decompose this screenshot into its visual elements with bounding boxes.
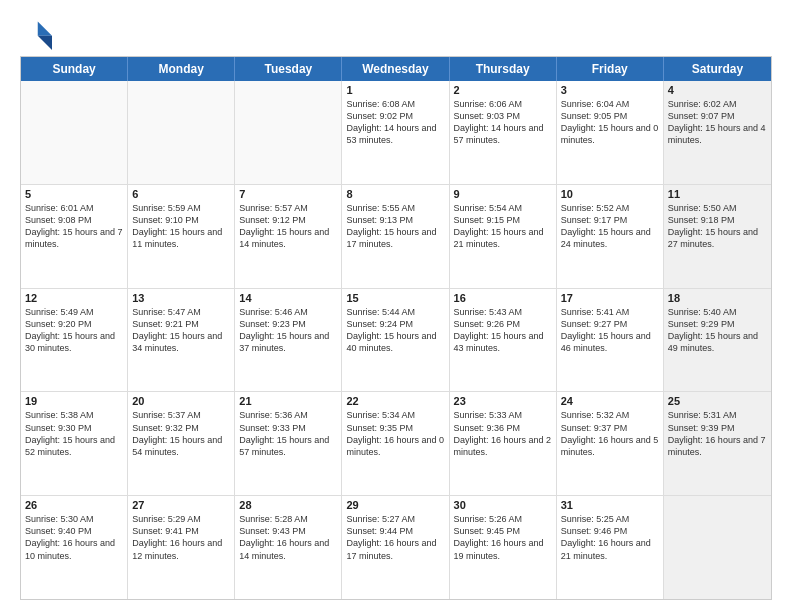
- cal-cell: 22Sunrise: 5:34 AM Sunset: 9:35 PM Dayli…: [342, 392, 449, 495]
- cal-cell: 4Sunrise: 6:02 AM Sunset: 9:07 PM Daylig…: [664, 81, 771, 184]
- cell-info: Sunrise: 5:43 AM Sunset: 9:26 PM Dayligh…: [454, 306, 552, 355]
- day-number: 6: [132, 188, 230, 200]
- day-number: 14: [239, 292, 337, 304]
- cell-info: Sunrise: 6:02 AM Sunset: 9:07 PM Dayligh…: [668, 98, 767, 147]
- cell-info: Sunrise: 5:29 AM Sunset: 9:41 PM Dayligh…: [132, 513, 230, 562]
- cal-week-1: 1Sunrise: 6:08 AM Sunset: 9:02 PM Daylig…: [21, 81, 771, 185]
- cal-cell: 18Sunrise: 5:40 AM Sunset: 9:29 PM Dayli…: [664, 289, 771, 392]
- cal-week-5: 26Sunrise: 5:30 AM Sunset: 9:40 PM Dayli…: [21, 496, 771, 599]
- cell-info: Sunrise: 5:30 AM Sunset: 9:40 PM Dayligh…: [25, 513, 123, 562]
- cell-info: Sunrise: 5:41 AM Sunset: 9:27 PM Dayligh…: [561, 306, 659, 355]
- day-number: 26: [25, 499, 123, 511]
- svg-marker-0: [38, 22, 52, 36]
- day-number: 11: [668, 188, 767, 200]
- cell-info: Sunrise: 5:44 AM Sunset: 9:24 PM Dayligh…: [346, 306, 444, 355]
- day-number: 3: [561, 84, 659, 96]
- day-number: 7: [239, 188, 337, 200]
- day-number: 2: [454, 84, 552, 96]
- cell-info: Sunrise: 5:38 AM Sunset: 9:30 PM Dayligh…: [25, 409, 123, 458]
- cal-cell: 16Sunrise: 5:43 AM Sunset: 9:26 PM Dayli…: [450, 289, 557, 392]
- cell-info: Sunrise: 5:49 AM Sunset: 9:20 PM Dayligh…: [25, 306, 123, 355]
- cell-info: Sunrise: 5:59 AM Sunset: 9:10 PM Dayligh…: [132, 202, 230, 251]
- cell-info: Sunrise: 5:32 AM Sunset: 9:37 PM Dayligh…: [561, 409, 659, 458]
- cal-cell: 25Sunrise: 5:31 AM Sunset: 9:39 PM Dayli…: [664, 392, 771, 495]
- day-number: 31: [561, 499, 659, 511]
- day-number: 13: [132, 292, 230, 304]
- cell-info: Sunrise: 5:34 AM Sunset: 9:35 PM Dayligh…: [346, 409, 444, 458]
- cal-header-wednesday: Wednesday: [342, 57, 449, 81]
- cell-info: Sunrise: 5:40 AM Sunset: 9:29 PM Dayligh…: [668, 306, 767, 355]
- svg-marker-1: [38, 36, 52, 50]
- cell-info: Sunrise: 5:52 AM Sunset: 9:17 PM Dayligh…: [561, 202, 659, 251]
- cell-info: Sunrise: 6:01 AM Sunset: 9:08 PM Dayligh…: [25, 202, 123, 251]
- cell-info: Sunrise: 6:04 AM Sunset: 9:05 PM Dayligh…: [561, 98, 659, 147]
- day-number: 19: [25, 395, 123, 407]
- cal-cell: 8Sunrise: 5:55 AM Sunset: 9:13 PM Daylig…: [342, 185, 449, 288]
- cell-info: Sunrise: 5:37 AM Sunset: 9:32 PM Dayligh…: [132, 409, 230, 458]
- day-number: 5: [25, 188, 123, 200]
- cell-info: Sunrise: 6:08 AM Sunset: 9:02 PM Dayligh…: [346, 98, 444, 147]
- cal-cell: 15Sunrise: 5:44 AM Sunset: 9:24 PM Dayli…: [342, 289, 449, 392]
- cal-cell: [128, 81, 235, 184]
- day-number: 30: [454, 499, 552, 511]
- cal-header-monday: Monday: [128, 57, 235, 81]
- cell-info: Sunrise: 5:31 AM Sunset: 9:39 PM Dayligh…: [668, 409, 767, 458]
- cal-cell: 7Sunrise: 5:57 AM Sunset: 9:12 PM Daylig…: [235, 185, 342, 288]
- svg-rect-2: [20, 18, 38, 36]
- cal-cell: 23Sunrise: 5:33 AM Sunset: 9:36 PM Dayli…: [450, 392, 557, 495]
- cell-info: Sunrise: 5:46 AM Sunset: 9:23 PM Dayligh…: [239, 306, 337, 355]
- cal-cell: 14Sunrise: 5:46 AM Sunset: 9:23 PM Dayli…: [235, 289, 342, 392]
- cell-info: Sunrise: 5:27 AM Sunset: 9:44 PM Dayligh…: [346, 513, 444, 562]
- cal-cell: 20Sunrise: 5:37 AM Sunset: 9:32 PM Dayli…: [128, 392, 235, 495]
- cal-cell: 30Sunrise: 5:26 AM Sunset: 9:45 PM Dayli…: [450, 496, 557, 599]
- cell-info: Sunrise: 5:54 AM Sunset: 9:15 PM Dayligh…: [454, 202, 552, 251]
- logo: [20, 18, 56, 50]
- cal-cell: 17Sunrise: 5:41 AM Sunset: 9:27 PM Dayli…: [557, 289, 664, 392]
- day-number: 9: [454, 188, 552, 200]
- cell-info: Sunrise: 5:28 AM Sunset: 9:43 PM Dayligh…: [239, 513, 337, 562]
- cell-info: Sunrise: 5:55 AM Sunset: 9:13 PM Dayligh…: [346, 202, 444, 251]
- cal-cell: 6Sunrise: 5:59 AM Sunset: 9:10 PM Daylig…: [128, 185, 235, 288]
- day-number: 20: [132, 395, 230, 407]
- day-number: 27: [132, 499, 230, 511]
- day-number: 1: [346, 84, 444, 96]
- cal-cell: 24Sunrise: 5:32 AM Sunset: 9:37 PM Dayli…: [557, 392, 664, 495]
- day-number: 21: [239, 395, 337, 407]
- day-number: 29: [346, 499, 444, 511]
- cal-cell: [664, 496, 771, 599]
- day-number: 22: [346, 395, 444, 407]
- cal-cell: 9Sunrise: 5:54 AM Sunset: 9:15 PM Daylig…: [450, 185, 557, 288]
- cal-cell: 3Sunrise: 6:04 AM Sunset: 9:05 PM Daylig…: [557, 81, 664, 184]
- day-number: 16: [454, 292, 552, 304]
- cell-info: Sunrise: 5:33 AM Sunset: 9:36 PM Dayligh…: [454, 409, 552, 458]
- day-number: 25: [668, 395, 767, 407]
- cal-cell: 21Sunrise: 5:36 AM Sunset: 9:33 PM Dayli…: [235, 392, 342, 495]
- cell-info: Sunrise: 5:26 AM Sunset: 9:45 PM Dayligh…: [454, 513, 552, 562]
- cal-cell: 27Sunrise: 5:29 AM Sunset: 9:41 PM Dayli…: [128, 496, 235, 599]
- page: SundayMondayTuesdayWednesdayThursdayFrid…: [0, 0, 792, 612]
- day-number: 28: [239, 499, 337, 511]
- cell-info: Sunrise: 6:06 AM Sunset: 9:03 PM Dayligh…: [454, 98, 552, 147]
- calendar: SundayMondayTuesdayWednesdayThursdayFrid…: [20, 56, 772, 600]
- cal-cell: 12Sunrise: 5:49 AM Sunset: 9:20 PM Dayli…: [21, 289, 128, 392]
- cal-header-thursday: Thursday: [450, 57, 557, 81]
- cal-cell: 19Sunrise: 5:38 AM Sunset: 9:30 PM Dayli…: [21, 392, 128, 495]
- cal-header-friday: Friday: [557, 57, 664, 81]
- cal-header-sunday: Sunday: [21, 57, 128, 81]
- calendar-header-row: SundayMondayTuesdayWednesdayThursdayFrid…: [21, 57, 771, 81]
- header: [20, 18, 772, 50]
- logo-icon: [20, 18, 52, 50]
- cal-cell: 1Sunrise: 6:08 AM Sunset: 9:02 PM Daylig…: [342, 81, 449, 184]
- cal-cell: 13Sunrise: 5:47 AM Sunset: 9:21 PM Dayli…: [128, 289, 235, 392]
- day-number: 4: [668, 84, 767, 96]
- day-number: 12: [25, 292, 123, 304]
- cal-cell: 26Sunrise: 5:30 AM Sunset: 9:40 PM Dayli…: [21, 496, 128, 599]
- day-number: 15: [346, 292, 444, 304]
- cal-cell: 10Sunrise: 5:52 AM Sunset: 9:17 PM Dayli…: [557, 185, 664, 288]
- day-number: 24: [561, 395, 659, 407]
- cell-info: Sunrise: 5:57 AM Sunset: 9:12 PM Dayligh…: [239, 202, 337, 251]
- cal-header-saturday: Saturday: [664, 57, 771, 81]
- cal-cell: 2Sunrise: 6:06 AM Sunset: 9:03 PM Daylig…: [450, 81, 557, 184]
- cal-cell: [235, 81, 342, 184]
- day-number: 18: [668, 292, 767, 304]
